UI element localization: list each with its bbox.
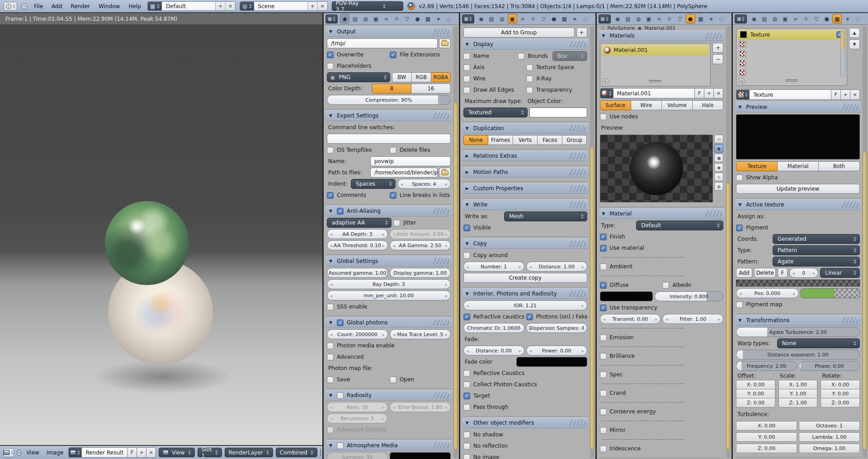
checkbox-use-transparency[interactable]: ✓ [600,304,607,311]
toggle-wire[interactable]: Wire [631,100,662,110]
preview-flat-button[interactable]: ▭ [714,135,723,143]
checkbox-ambient[interactable] [600,263,607,270]
section-header-write[interactable]: ▼Write [462,199,588,210]
toggle-bw[interactable]: BW [392,72,412,82]
slider-samples-35[interactable]: Samples: 35 [327,452,388,459]
checkbox-bounds[interactable] [518,53,524,60]
tab-object-data-icon[interactable]: ▽ [539,14,548,23]
triangle-expanded-icon[interactable]: ▼ [738,105,743,109]
checkbox-visible[interactable]: ✓ [463,225,470,231]
unlink-datablock-button[interactable]: × [850,89,860,100]
slider-0[interactable]: ◂0▸ [789,268,818,278]
checkbox-copy-around[interactable] [463,252,470,259]
preview-monkey-button[interactable]: ◆ [714,163,723,172]
list-scrollbar[interactable] [840,30,845,77]
toggle-rgb[interactable]: RGB [412,72,431,82]
fake-user-button[interactable]: F [694,88,704,98]
decrement-arrow-icon[interactable]: ◂ [467,348,469,353]
checkbox-row-transparency[interactable]: Transparency [526,87,587,94]
add-material-slot-button[interactable]: + [712,43,723,53]
collapse-menus-icon[interactable]: − [17,450,21,456]
slider-rays-35[interactable]: ◂Rays: 35▸ [327,402,388,412]
increment-arrow-icon[interactable]: ▸ [382,405,385,410]
tab-material-icon[interactable]: ● [822,14,831,23]
triangle-expanded-icon[interactable]: ▼ [466,291,470,296]
decrement-arrow-icon[interactable]: ◂ [467,303,469,308]
tab-texture-icon[interactable]: ▦ [560,14,569,23]
value-button-octaves-1[interactable]: Octaves: 1 [799,421,860,431]
list-item-empty[interactable] [738,58,845,68]
increment-arrow-icon[interactable]: ▸ [519,326,521,331]
vertical-scrollbar[interactable] [863,151,867,450]
triangle-expanded-icon[interactable]: ▼ [466,42,470,47]
add-layout-button[interactable]: + [215,2,225,10]
file-browse-button[interactable] [439,38,451,48]
value-button-offset-x-0-00[interactable]: X: 0.00 [736,380,775,389]
increment-arrow-icon[interactable]: ▸ [445,293,448,298]
checkbox-row-finish[interactable]: ✓Finish [600,234,724,240]
checkbox-row-conserve-energy[interactable]: Conserve energy [600,408,724,415]
checkbox-pass-through[interactable] [463,404,470,411]
checkbox-row-pigment[interactable]: ✓Pigment [736,225,860,231]
section-header-anti-aliasing[interactable]: ▼✓Anti-Aliasing [326,206,452,216]
dropdown-pattern[interactable]: Pattern [773,245,860,255]
section-header-export-settings[interactable]: ▼Export Settings [326,110,452,121]
checkbox-row-advanced[interactable]: Advanced [327,354,451,361]
scene-name[interactable]: Scene [254,2,307,10]
checkbox-photon-media-enable[interactable] [327,342,334,349]
slider-filter-1-00[interactable]: ◂Filter: 1.00▸ [662,314,723,324]
decrement-arrow-icon[interactable]: ◂ [665,317,668,322]
increment-arrow-icon[interactable]: ▸ [382,332,385,337]
section-header-display[interactable]: ▼Display [462,39,588,50]
list-scrollbar-handle[interactable] [841,31,845,49]
new-image-button[interactable]: + [137,447,146,458]
preview-sky-button[interactable]: ◍ [714,182,723,191]
tab-constraints-icon[interactable]: ∞ [518,14,528,23]
triangle-expanded-icon[interactable]: ▼ [466,241,470,246]
tab-modifiers-icon[interactable]: ☼ [528,14,538,23]
checkbox-row-target[interactable]: ✓Target [463,393,587,399]
checkbox-row-open[interactable]: Open [390,376,451,383]
datablock-name-field[interactable]: Material.001 [613,88,695,98]
checkbox-jitter[interactable] [393,220,400,226]
editor-type-selector[interactable]: i [4,2,17,11]
add-slot-icon[interactable]: + [603,78,609,84]
button-create-copy[interactable]: Create copy [463,273,587,283]
checkbox-use-nodes[interactable] [600,113,607,120]
add-slot-icon[interactable]: + [739,78,745,84]
dropdown-linear[interactable]: Linear [820,268,860,278]
datablock-name-field[interactable]: Texture [749,89,831,100]
decrement-arrow-icon[interactable]: ◂ [330,282,332,287]
slider-aa-gamma-2-50[interactable]: ◂AA Gamma: 2.50▸ [390,240,451,250]
increment-arrow-icon[interactable]: ▸ [382,232,385,237]
checkbox-row-use-material[interactable]: ✓Use material [600,245,724,252]
checkbox-pigment[interactable]: ✓ [736,225,743,231]
dropdown-png[interactable]: ▦PNG [327,72,390,82]
button-add[interactable]: Add [736,268,752,278]
slider-assumed-gamma-1-00[interactable]: ◂Assumed gamma: 1.00▸ [327,268,388,278]
tab-world-icon[interactable]: ◍ [497,14,507,23]
checkbox-no-reflection[interactable] [463,443,470,450]
render-canvas[interactable] [0,25,322,445]
slider-distance-exponent-1-00[interactable]: Distance exponent: 1.00 [736,350,860,360]
dropdown-default[interactable]: Default [636,220,723,230]
button-delete[interactable]: Delete [754,268,776,278]
image-view-mode-dropdown[interactable]: View [159,448,194,457]
new-datablock-button[interactable]: + [840,89,850,100]
dropdown-textured[interactable]: Textured [463,108,528,117]
editor-type-selector[interactable]: ▦ [326,14,338,23]
slider-transmit-0-00[interactable]: ◂Transmit: 0.00▸ [600,314,661,324]
checkbox-row-no-shadow[interactable]: No shadow [463,431,587,438]
checkbox-overwrite[interactable]: ✓ [327,52,334,58]
dropdown-agate[interactable]: Agate [773,257,860,267]
slider-distance-1-00[interactable]: ◂Distance: 1.00▸ [526,262,587,272]
button-f[interactable]: F [778,268,787,278]
scene-icon[interactable]: ◍ [240,2,254,10]
image-icon[interactable] [68,447,82,458]
checkbox-finish[interactable]: ✓ [600,234,607,240]
tab-constraints-icon[interactable]: ∞ [655,14,664,23]
triangle-expanded-icon[interactable]: ▼ [329,259,334,263]
slider-frequency-2-00[interactable]: Frequency: 2.00 [736,361,797,371]
checkbox-x-ray[interactable] [526,75,533,82]
list-item-selected[interactable]: Texture✓ [738,30,845,40]
